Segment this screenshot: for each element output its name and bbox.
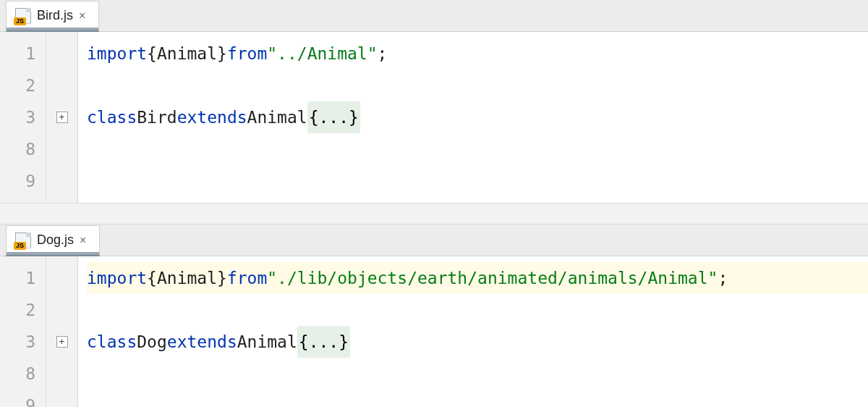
close-icon[interactable]: × bbox=[79, 9, 85, 22]
code-line[interactable] bbox=[87, 294, 868, 326]
code-line[interactable]: class Dog extends Animal{...} bbox=[87, 326, 868, 358]
fold-gutter: + bbox=[46, 256, 78, 407]
code-line[interactable] bbox=[87, 358, 868, 390]
line-number: 1 bbox=[0, 38, 35, 70]
code-token: {Animal} bbox=[147, 38, 227, 70]
code-token: from bbox=[227, 262, 267, 294]
code-line[interactable]: import {Animal} from "../Animal"; bbox=[87, 38, 868, 70]
code-line[interactable] bbox=[87, 70, 868, 101]
code-line[interactable] bbox=[87, 390, 868, 407]
code-line[interactable]: class Bird extends Animal{...} bbox=[87, 101, 868, 133]
code-token: ; bbox=[718, 262, 728, 294]
editor-pane: JS Dog.js × 1 2 3 8 9 + import {Animal} … bbox=[0, 225, 868, 407]
code-token: Dog bbox=[137, 326, 167, 358]
line-number: 2 bbox=[0, 70, 35, 101]
code-token: {Animal} bbox=[147, 262, 227, 294]
code-token: Animal bbox=[237, 326, 297, 358]
code-token: {...} bbox=[297, 326, 350, 358]
code-token: import bbox=[87, 262, 147, 294]
code-area[interactable]: 1 2 3 8 9 + import {Animal} from "../Ani… bbox=[0, 32, 868, 203]
code-token: from bbox=[227, 38, 267, 70]
tab-label: Bird.js bbox=[37, 8, 73, 23]
line-number: 9 bbox=[0, 165, 35, 197]
code-token: Bird bbox=[137, 101, 176, 133]
code-line[interactable]: import {Animal} from "./lib/objects/eart… bbox=[87, 262, 868, 294]
code-token: Animal bbox=[247, 101, 307, 133]
close-icon[interactable]: × bbox=[80, 234, 86, 247]
tab-dog-js[interactable]: JS Dog.js × bbox=[6, 225, 100, 256]
code-token: ; bbox=[378, 38, 388, 70]
js-file-icon: JS bbox=[15, 8, 31, 24]
code-text[interactable]: import {Animal} from "../Animal";class B… bbox=[78, 32, 868, 203]
tab-bar: JS Dog.js × bbox=[0, 225, 868, 256]
code-token: extends bbox=[167, 326, 237, 358]
code-token: import bbox=[87, 38, 147, 70]
line-number: 8 bbox=[0, 358, 35, 390]
line-number: 8 bbox=[0, 133, 35, 165]
code-token: class bbox=[87, 101, 137, 133]
tab-bird-js[interactable]: JS Bird.js × bbox=[6, 1, 99, 32]
line-number-gutter: 1 2 3 8 9 bbox=[0, 256, 46, 407]
line-number: 2 bbox=[0, 294, 35, 326]
fold-gutter: + bbox=[46, 32, 78, 203]
code-token: "./lib/objects/earth/animated/animals/An… bbox=[267, 262, 718, 294]
tab-label: Dog.js bbox=[37, 232, 74, 248]
line-number: 3 bbox=[0, 326, 35, 358]
line-number: 1 bbox=[0, 262, 35, 294]
js-file-icon: JS bbox=[15, 232, 31, 248]
code-area[interactable]: 1 2 3 8 9 + import {Animal} from "./lib/… bbox=[0, 256, 868, 407]
code-token: {...} bbox=[307, 101, 360, 133]
tab-bar: JS Bird.js × bbox=[0, 0, 868, 32]
code-line[interactable] bbox=[87, 165, 868, 197]
code-text[interactable]: import {Animal} from "./lib/objects/eart… bbox=[78, 256, 868, 407]
line-number-gutter: 1 2 3 8 9 bbox=[0, 32, 46, 203]
line-number: 9 bbox=[0, 390, 35, 407]
code-token: extends bbox=[177, 101, 247, 133]
pane-divider[interactable] bbox=[0, 203, 868, 225]
code-token: "../Animal" bbox=[267, 38, 377, 70]
line-number: 3 bbox=[0, 101, 35, 133]
fold-expand-icon[interactable]: + bbox=[56, 112, 68, 123]
editor-pane: JS Bird.js × 1 2 3 8 9 + import {Animal}… bbox=[0, 0, 868, 203]
code-line[interactable] bbox=[87, 133, 868, 165]
fold-expand-icon[interactable]: + bbox=[56, 336, 68, 348]
code-token: class bbox=[87, 326, 137, 358]
